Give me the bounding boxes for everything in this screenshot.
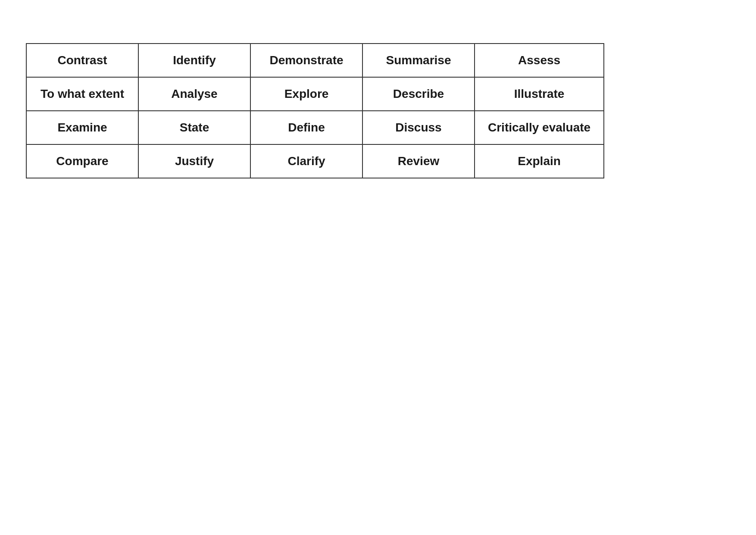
table-cell: Demonstrate [250,44,362,77]
table-cell: Identify [138,44,250,77]
table-row: ExamineStateDefineDiscussCritically eval… [26,111,604,144]
table-cell: Analyse [138,77,250,111]
table-cell: Compare [26,144,138,178]
table-cell: Review [362,144,475,178]
table-cell: Justify [138,144,250,178]
table-cell: Define [250,111,362,144]
table-cell: Summarise [362,44,475,77]
table-row: To what extentAnalyseExploreDescribeIllu… [26,77,604,111]
table-cell: Describe [362,77,475,111]
table-cell: Explore [250,77,362,111]
table-cell: To what extent [26,77,138,111]
table-cell: State [138,111,250,144]
table-cell: Examine [26,111,138,144]
table-cell: Discuss [362,111,475,144]
table-cell: Assess [475,44,604,77]
table-cell: Explain [475,144,604,178]
page: ContrastIdentifyDemonstrateSummariseAsse… [0,0,756,213]
table-row: CompareJustifyClarifyReviewExplain [26,144,604,178]
table-cell: Critically evaluate [475,111,604,144]
table-cell: Contrast [26,44,138,77]
table-row: ContrastIdentifyDemonstrateSummariseAsse… [26,44,604,77]
table-cell: Clarify [250,144,362,178]
table-cell: Illustrate [475,77,604,111]
word-grid-table: ContrastIdentifyDemonstrateSummariseAsse… [26,43,604,178]
